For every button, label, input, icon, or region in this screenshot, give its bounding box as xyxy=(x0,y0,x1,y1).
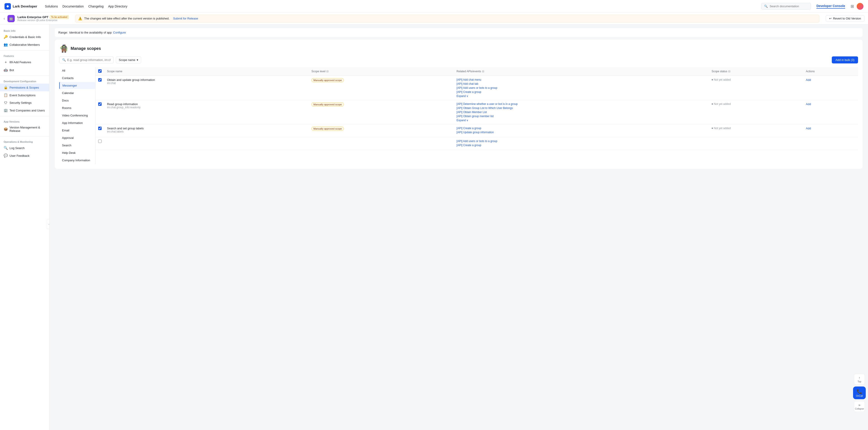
permissions-label: Permissions & Scopes xyxy=(9,86,39,89)
back-button[interactable]: ‹ xyxy=(4,17,5,21)
row3-not-added: Not yet added xyxy=(712,127,801,130)
cat-all[interactable]: All xyxy=(59,67,95,74)
submit-for-release-link[interactable]: Submit for Release xyxy=(173,17,198,20)
sidebar-item-version-mgmt[interactable]: 📦 Version Management & Release xyxy=(0,124,49,134)
row2-actions: Add xyxy=(803,100,858,124)
basic-info-label: Basic info xyxy=(0,27,49,33)
cat-docs[interactable]: Docs xyxy=(59,97,95,104)
row1-expand-link[interactable]: Expand ∨ xyxy=(457,94,706,98)
revert-button[interactable]: ↩ Revert to Old Version xyxy=(826,15,864,22)
configure-link[interactable]: Configure xyxy=(113,31,126,34)
filter-chevron-icon: ▾ xyxy=(137,58,138,62)
row1-scope-main: Obtain and update group information xyxy=(107,78,306,82)
row4-api-1[interactable]: [API] Create a group xyxy=(457,144,706,147)
dev-config-label: Development Configuration xyxy=(0,78,49,84)
add-bulk-button[interactable]: Add in bulk (3) xyxy=(832,56,858,63)
related-apis-filter-icon[interactable]: ⊟ xyxy=(482,70,484,73)
row2-expand-link[interactable]: Expand ∨ xyxy=(457,119,706,122)
row1-api-2[interactable]: [API] Add users or bots to a group xyxy=(457,86,706,89)
scope-status-filter-icon[interactable]: ⊟ xyxy=(728,70,731,73)
cat-video-conf[interactable]: Video Conferencing xyxy=(59,112,95,119)
logo[interactable]: Lark Developer xyxy=(4,3,37,9)
collapse-icon: » xyxy=(859,403,861,407)
row3-api-1[interactable]: [API] Update group information xyxy=(457,131,706,134)
test-companies-icon: 🏢 xyxy=(4,108,8,112)
cat-messenger[interactable]: Messenger xyxy=(59,82,95,89)
select-all-checkbox[interactable] xyxy=(98,69,102,73)
features-label: Features xyxy=(0,52,49,58)
sidebar-item-bot[interactable]: 🤖 Bot xyxy=(0,66,49,74)
sidebar-item-collaborative[interactable]: 👥 Collaborative Members xyxy=(0,41,49,49)
row3-add-link[interactable]: Add xyxy=(806,127,811,130)
sidebar-item-credentials[interactable]: 🔑 Credentials & Basic Info xyxy=(0,33,49,41)
row4-scope-level xyxy=(309,137,454,150)
grid-icon[interactable]: ⊞ xyxy=(850,4,854,9)
cat-email[interactable]: Email xyxy=(59,127,95,134)
sidebar-item-add-features[interactable]: ＋ 89 Add Features xyxy=(0,58,49,66)
row1-api-0[interactable]: [API] Add chat menu xyxy=(457,78,706,81)
row1-api-1[interactable]: [API] Add chat tab xyxy=(457,82,706,85)
cat-helpdesk[interactable]: Help Desk xyxy=(59,149,95,156)
row4-api-0[interactable]: [API] Add users or bots to a group xyxy=(457,140,706,143)
bot-icon: 🤖 xyxy=(4,68,8,72)
sidebar-collapse-button[interactable]: « xyxy=(47,219,49,229)
row2-api-2[interactable]: [API] Obtain Member List xyxy=(457,111,706,114)
ops-label: Operations & Monitoring xyxy=(0,138,49,144)
row4-actions xyxy=(803,137,858,150)
row1-status: Not yet added xyxy=(709,76,803,100)
scope-search-input[interactable] xyxy=(67,58,111,62)
row2-scope-level: Manually approved scope xyxy=(309,100,454,124)
scope-search-box[interactable]: 🔍 xyxy=(59,56,114,63)
nav-solutions[interactable]: Solutions xyxy=(45,4,58,8)
sidebar-item-security[interactable]: 🛡 Security Settings xyxy=(0,99,49,107)
row2-api-1[interactable]: [API] Obtain Group List to Which User Be… xyxy=(457,107,706,110)
row1-not-added: Not yet added xyxy=(712,78,801,81)
scroll-top-button[interactable]: ↑ Top xyxy=(854,374,865,385)
collapse-button[interactable]: » Collapse xyxy=(854,401,865,412)
cat-approval[interactable]: Approval xyxy=(59,134,95,141)
sidebar-item-event-sub[interactable]: 📋 Event Subscriptions xyxy=(0,91,49,99)
row2-checkbox[interactable] xyxy=(98,103,102,106)
scope-table-inner: Scope name Scope level ⊟ xyxy=(95,67,858,150)
sidebar-item-log-search[interactable]: 🔍 Log Search xyxy=(0,144,49,152)
row2-add-link[interactable]: Add xyxy=(806,103,811,106)
th-scope-name: Scope name xyxy=(104,67,309,76)
row3-checkbox[interactable] xyxy=(98,127,102,130)
lark-logo-icon xyxy=(4,3,11,9)
sidebar-item-test-companies[interactable]: 🏢 Test Companies and Users xyxy=(0,107,49,114)
row2-api-3[interactable]: [API] Obtain group member list xyxy=(457,115,706,118)
search-box[interactable]: 🔍 xyxy=(761,3,811,9)
row1-api-3[interactable]: [API] Create a group xyxy=(457,90,706,93)
avatar[interactable] xyxy=(857,3,864,10)
nav-documentation[interactable]: Documentation xyxy=(62,4,84,8)
row1-checkbox[interactable] xyxy=(98,78,102,82)
row1-checkbox-cell xyxy=(95,76,104,100)
app-versions-label: App Versions xyxy=(0,118,49,124)
dev-console-link[interactable]: Developer Console xyxy=(816,4,845,9)
cat-app-info[interactable]: App Information xyxy=(59,119,95,126)
row4-checkbox[interactable] xyxy=(98,140,102,143)
table-row: [API] Add users or bots to a group [API]… xyxy=(95,137,858,150)
on-call-button[interactable]: 📞 OnCall xyxy=(853,386,866,399)
sidebar-item-user-feedback[interactable]: 💬 User Feedback xyxy=(0,152,49,160)
cat-rooms[interactable]: Rooms xyxy=(59,105,95,112)
row2-api-0[interactable]: [API] Determine whether a user or bot is… xyxy=(457,103,706,106)
search-input[interactable] xyxy=(770,4,808,8)
nav-changelog[interactable]: Changelog xyxy=(88,4,104,8)
cat-contacts[interactable]: Contacts xyxy=(59,75,95,82)
scope-controls: 🔍 Scope name ▾ Add in bulk (3) xyxy=(59,56,858,63)
row1-add-link[interactable]: Add xyxy=(806,78,811,82)
credentials-label: Credentials & Basic Info xyxy=(9,35,41,39)
scope-level-filter-icon[interactable]: ⊟ xyxy=(326,70,329,73)
scope-filter-button[interactable]: Scope name ▾ xyxy=(116,56,141,63)
cat-calendar[interactable]: Calendar xyxy=(59,89,95,96)
nav-app-directory[interactable]: App Directory xyxy=(108,4,127,8)
cat-search[interactable]: Search xyxy=(59,142,95,149)
credentials-icon: 🔑 xyxy=(4,35,8,39)
row3-checkbox-cell xyxy=(95,124,104,137)
sidebar-item-permissions[interactable]: 🔒 Permissions & Scopes xyxy=(0,84,49,91)
row3-api-0[interactable]: [API] Create a group xyxy=(457,127,706,130)
th-checkbox xyxy=(95,67,104,76)
sub-header: ‹ 🤖 Larkie Enterprise GPT To be activate… xyxy=(0,13,868,25)
cat-company[interactable]: Company Information xyxy=(59,157,95,164)
